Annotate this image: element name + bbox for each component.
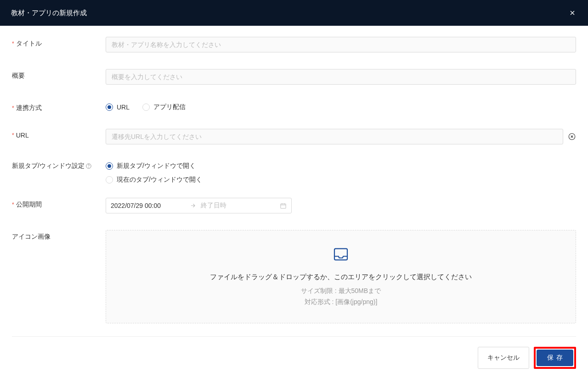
field-period-label: * 公開期間 [12, 198, 106, 209]
radio-url[interactable]: URL [106, 103, 130, 111]
overview-input[interactable] [106, 69, 576, 85]
dropzone-main-text: ファイルをドラッグ＆ドロップするか、このエリアをクリックして選択してください [115, 273, 566, 281]
field-title-control [106, 37, 576, 52]
dropzone-size-text: サイズ制限 : 最大50MBまで [115, 287, 566, 295]
field-link-method-label: * 連携方式 [12, 101, 106, 112]
radio-icon [106, 162, 113, 170]
modal-footer: キャンセル 保存 [0, 337, 588, 374]
field-tab-setting-row: 新規タブ/ウィンドウ設定 新規タブ/ウィンドウで開く 現在のタブ/ウィンドウで開… [12, 161, 576, 184]
field-link-method-control: URL アプリ配信 [106, 101, 576, 111]
required-marker: * [12, 201, 14, 208]
field-icon-label: アイコン画像 [12, 230, 106, 241]
date-start-value: 2022/07/29 00:00 [111, 202, 185, 209]
cancel-button[interactable]: キャンセル [478, 347, 529, 369]
radio-icon [142, 103, 150, 111]
radio-icon [106, 176, 113, 184]
label-text: 連携方式 [16, 104, 42, 112]
label-text: 公開期間 [16, 201, 42, 209]
radio-label-text: 現在のタブ/ウィンドウで開く [117, 176, 202, 184]
label-text: URL [16, 132, 29, 139]
title-input[interactable] [106, 37, 576, 52]
save-button[interactable]: 保存 [537, 350, 573, 366]
modal-header: 教材・アプリの新規作成 [0, 0, 588, 26]
svg-point-2 [89, 167, 89, 167]
date-range-picker[interactable]: 2022/07/29 00:00 終了日時 [106, 198, 292, 213]
close-icon [569, 9, 576, 17]
dropzone-format-text: 対応形式 : [画像(jpg/png)] [115, 298, 566, 306]
radio-label-text: 新規タブ/ウィンドウで開く [117, 162, 196, 170]
label-text: タイトル [16, 40, 42, 48]
field-period-row: * 公開期間 2022/07/29 00:00 終了日時 [12, 198, 576, 213]
calendar-icon [280, 202, 287, 209]
tab-setting-radio-group: 新規タブ/ウィンドウで開く 現在のタブ/ウィンドウで開く [106, 161, 576, 184]
field-link-method-row: * 連携方式 URL アプリ配信 [12, 101, 576, 112]
field-icon-control: ファイルをドラッグ＆ドロップするか、このエリアをクリックして選択してください サ… [106, 230, 576, 323]
field-overview-control [106, 69, 576, 85]
circle-x-icon [568, 132, 576, 141]
field-url-label: * URL [12, 129, 106, 139]
field-url-control [106, 129, 576, 144]
required-marker: * [12, 40, 14, 47]
save-button-highlight: 保存 [534, 347, 576, 369]
help-icon[interactable] [85, 163, 92, 169]
arrow-right-icon [190, 202, 196, 209]
svg-rect-3 [281, 204, 286, 208]
link-method-radio-group: URL アプリ配信 [106, 101, 576, 111]
label-text: 概要 [12, 72, 25, 80]
required-marker: * [12, 132, 14, 138]
radio-label-text: アプリ配信 [153, 103, 186, 111]
url-input[interactable] [106, 129, 563, 144]
field-overview-label: 概要 [12, 69, 106, 80]
field-tab-setting-label: 新規タブ/ウィンドウ設定 [12, 161, 106, 170]
form-body: * タイトル 概要 * 連携方式 URL ア [0, 26, 588, 337]
inbox-icon [115, 244, 566, 264]
field-title-row: * タイトル [12, 37, 576, 52]
required-marker: * [12, 105, 14, 111]
date-end-placeholder: 終了日時 [201, 201, 275, 210]
label-text: 新規タブ/ウィンドウ設定 [12, 162, 85, 170]
radio-new-tab[interactable]: 新規タブ/ウィンドウで開く [106, 162, 576, 170]
modal-title: 教材・アプリの新規作成 [11, 9, 87, 17]
close-button[interactable] [568, 8, 577, 17]
radio-label-text: URL [117, 103, 130, 111]
field-tab-setting-control: 新規タブ/ウィンドウで開く 現在のタブ/ウィンドウで開く [106, 161, 576, 184]
radio-app[interactable]: アプリ配信 [142, 103, 186, 111]
field-url-row: * URL [12, 129, 576, 144]
field-title-label: * タイトル [12, 37, 106, 48]
clear-url-button[interactable] [568, 132, 576, 141]
file-dropzone[interactable]: ファイルをドラッグ＆ドロップするか、このエリアをクリックして選択してください サ… [106, 230, 576, 323]
radio-current-tab[interactable]: 現在のタブ/ウィンドウで開く [106, 176, 576, 184]
field-period-control: 2022/07/29 00:00 終了日時 [106, 198, 576, 213]
field-overview-row: 概要 [12, 69, 576, 85]
label-text: アイコン画像 [12, 233, 51, 241]
field-icon-row: アイコン画像 ファイルをドラッグ＆ドロップするか、このエリアをクリックして選択し… [12, 230, 576, 323]
radio-icon [106, 103, 113, 111]
